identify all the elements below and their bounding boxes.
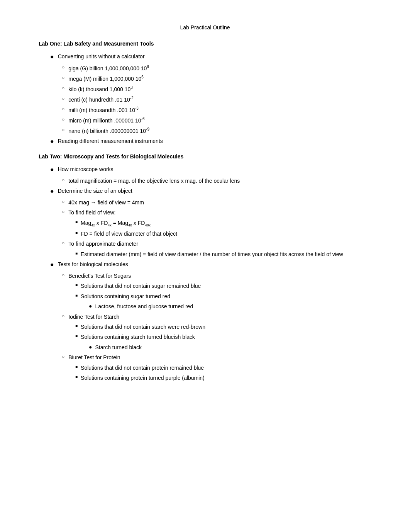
bullet-text: Solutions that did not contain protein r… — [81, 364, 371, 372]
bullet-text: Solutions containing starch turned bluei… — [81, 333, 371, 341]
bullet-marker: ○ — [62, 240, 64, 247]
bullet-marker: ○ — [62, 272, 64, 279]
bullet-marker: ○ — [62, 198, 64, 206]
list-item: ■ Solutions containing sugar turned red — [39, 292, 371, 301]
list-item: ● Lactose, fructose and glucose turned r… — [39, 302, 371, 311]
list-item: ○ 40x mag → field of view = 4mm — [39, 198, 371, 207]
starch-turned-black-text: Starch turned black — [95, 343, 371, 352]
bullet-marker: ● — [50, 52, 54, 61]
bullet-text: kilo (k) thousand 1,000 103 — [68, 85, 371, 93]
bullet-text: Solutions that did not contain starch we… — [81, 323, 371, 331]
bullet-text: micro (m) millionth .000001 10-6 — [68, 116, 371, 125]
bullet-marker: ■ — [75, 219, 78, 226]
bullet-text: Solutions containing sugar turned red — [81, 292, 371, 301]
list-item: ■ Solutions containing protein turned pu… — [39, 374, 371, 382]
bullet-text: Solutions that did not contain sugar rem… — [81, 282, 371, 290]
bullet-marker: ● — [89, 343, 92, 351]
list-item: ○ giga (G) billion 1,000,000,000 109 — [39, 64, 371, 73]
bullet-text: Mag4x x FD4x = Mag40 x FD40x — [81, 219, 371, 228]
list-item: ○ kilo (k) thousand 1,000 103 — [39, 85, 371, 93]
bullet-marker: ■ — [75, 292, 78, 299]
bullet-text-large: 40x mag → field of view = 4mm — [68, 198, 371, 207]
bullet-text: Reading different measurement instrument… — [58, 137, 371, 145]
bullet-marker: ○ — [62, 116, 64, 123]
list-item: ○ Biuret Test for Protein — [39, 353, 371, 362]
bullet-marker: ● — [50, 260, 54, 269]
bullet-marker: ○ — [62, 313, 64, 320]
list-item: ■ Estimated diameter (mm) = field of vie… — [39, 250, 371, 258]
list-item: ■ FD = field of view diameter of that ob… — [39, 229, 371, 238]
list-item: ■ Solutions that did not contain starch … — [39, 323, 371, 331]
list-item: ○ total magnification = mag. of the obje… — [39, 177, 371, 185]
bullet-text: giga (G) billion 1,000,000,000 109 — [68, 64, 371, 73]
bullet-text: Tests for biological molecules — [58, 260, 371, 269]
list-item: ○ mega (M) million 1,000,000 106 — [39, 74, 371, 83]
bullet-marker: ■ — [75, 374, 78, 381]
lab-one-heading: Lab One: Lab Safety and Measurement Tool… — [39, 39, 371, 48]
list-item: ■ Solutions containing starch turned blu… — [39, 333, 371, 341]
bullet-marker: ○ — [62, 126, 64, 134]
list-item: ● Determine the size of an object — [39, 187, 371, 196]
bullet-text: How microscope works — [58, 165, 371, 173]
list-item: ○ milli (m) thousandth .001 10-3 — [39, 105, 371, 114]
bullet-text: nano (n) billionth .000000001 10-9 — [68, 126, 371, 135]
lab-one-section: Lab One: Lab Safety and Measurement Tool… — [39, 39, 371, 146]
bullet-marker: ○ — [62, 208, 64, 216]
bullet-marker: ● — [50, 137, 54, 146]
bullet-marker: ■ — [75, 323, 78, 330]
list-item: ○ centi (c) hundredth .01 10-2 — [39, 95, 371, 104]
bullet-text: milli (m) thousandth .001 10-3 — [68, 105, 371, 114]
list-item: ● Reading different measurement instrume… — [39, 137, 371, 146]
bullet-marker: ● — [50, 165, 54, 174]
bullet-marker: ○ — [62, 64, 64, 71]
bullet-text: FD = field of view diameter of that obje… — [81, 229, 371, 238]
lab-two-section: Lab Two: Microscopy and Tests for Biolog… — [39, 152, 371, 382]
list-item: ■ Solutions that did not contain protein… — [39, 364, 371, 372]
bullet-text: Converting units without a calculator — [58, 52, 371, 61]
bullet-text: Iodine Test for Starch — [68, 313, 371, 321]
list-item: ● How microscope works — [39, 165, 371, 174]
list-item: ■ Solutions that did not contain sugar r… — [39, 282, 371, 290]
bullet-text: Biuret Test for Protein — [68, 353, 371, 362]
bullet-text: centi (c) hundredth .01 10-2 — [68, 95, 371, 104]
bullet-marker: ■ — [75, 229, 78, 236]
list-item: ○ Benedict's Test for Sugars — [39, 272, 371, 280]
bullet-marker: ○ — [62, 105, 64, 113]
bullet-text: Determine the size of an object — [58, 187, 371, 195]
bullet-text: Benedict's Test for Sugars — [68, 272, 371, 280]
bullet-marker: ○ — [62, 177, 64, 184]
bullet-text: total magnification = mag. of the object… — [68, 177, 371, 185]
bullet-text: To find field of view: — [68, 208, 371, 217]
bullet-marker: ■ — [75, 250, 78, 257]
bullet-text: Estimated diameter (mm) = field of view … — [81, 250, 371, 258]
page-title: Lab Practical Outline — [39, 23, 371, 32]
bullet-marker: ■ — [75, 364, 78, 371]
list-item: ○ To find field of view: — [39, 208, 371, 217]
bullet-text: mega (M) million 1,000,000 106 — [68, 74, 371, 83]
list-item: ○ Iodine Test for Starch — [39, 313, 371, 321]
list-item: ○ nano (n) billionth .000000001 10-9 — [39, 126, 371, 135]
bullet-text: Lactose, fructose and glucose turned red — [95, 302, 371, 311]
bullet-marker: ○ — [62, 85, 64, 92]
bullet-text: To find approximate diameter — [68, 240, 371, 248]
bullet-marker: ● — [50, 187, 54, 196]
list-item: ● Converting units without a calculator — [39, 52, 371, 61]
lab-two-heading: Lab Two: Microscopy and Tests for Biolog… — [39, 152, 371, 161]
bullet-marker: ■ — [75, 282, 78, 289]
content-area: Lab Practical Outline Lab One: Lab Safet… — [39, 23, 371, 382]
bullet-marker: ○ — [62, 74, 64, 82]
list-item: ● Starch turned black — [39, 343, 371, 352]
list-item: ○ micro (m) millionth .000001 10-6 — [39, 116, 371, 125]
bullet-marker: ○ — [62, 353, 64, 360]
list-item: ● Tests for biological molecules — [39, 260, 371, 269]
bullet-marker: ○ — [62, 95, 64, 102]
bullet-marker: ■ — [75, 333, 78, 340]
bullet-text: Solutions containing protein turned purp… — [81, 374, 371, 382]
bullet-marker: ● — [89, 302, 92, 310]
list-item: ■ Mag4x x FD4x = Mag40 x FD40x — [39, 219, 371, 228]
list-item: ○ To find approximate diameter — [39, 240, 371, 248]
